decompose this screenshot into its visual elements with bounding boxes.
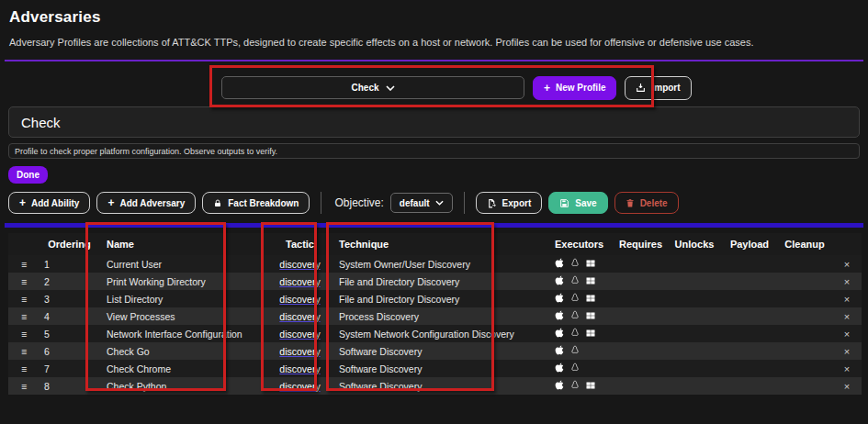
- add-ability-button[interactable]: + Add Ability: [8, 192, 90, 214]
- remove-ability-button[interactable]: ×: [844, 363, 850, 374]
- ability-ordering: 7: [39, 360, 99, 377]
- remove-ability-button[interactable]: ×: [844, 329, 850, 340]
- import-button[interactable]: Import: [625, 76, 691, 100]
- remove-ability-button[interactable]: ×: [844, 276, 850, 287]
- ability-payload: [722, 325, 777, 342]
- ability-executors: [547, 342, 614, 360]
- objective-value: default: [400, 198, 430, 208]
- ability-row: ≡ 3 List Directory discovery File and Di…: [8, 290, 862, 307]
- profile-select-dropdown[interactable]: Check: [221, 76, 524, 99]
- tactic-link[interactable]: discovery: [279, 276, 320, 287]
- ability-name: Check Python: [99, 377, 268, 395]
- ability-ordering: 1: [39, 255, 99, 273]
- remove-ability-button[interactable]: ×: [844, 381, 850, 392]
- ability-row: ≡ 2 Print Working Directory discovery Fi…: [8, 273, 862, 290]
- header-ordering: Ordering: [39, 233, 99, 255]
- profile-select-value: Check: [351, 83, 378, 93]
- ability-requires: [614, 307, 667, 325]
- drag-handle-icon[interactable]: ≡: [8, 307, 39, 325]
- page-subtitle: Adversary Profiles are collections of AT…: [9, 37, 859, 48]
- ability-name: View Processes: [99, 307, 268, 325]
- profile-selector-row: Check + New Profile Import: [8, 75, 860, 100]
- abilities-table: Ordering Name Tactic Technique Executors…: [8, 233, 862, 395]
- toolbar: + Add Ability + Add Adversary Fact Break…: [8, 191, 860, 215]
- tactic-link[interactable]: discovery: [279, 381, 320, 392]
- ability-ordering: 3: [39, 290, 99, 307]
- tactic-link[interactable]: discovery: [279, 363, 320, 374]
- plus-icon: +: [544, 83, 550, 94]
- ability-requires: [614, 290, 667, 307]
- chevron-down-icon: [386, 85, 395, 91]
- ability-executors: [547, 255, 614, 273]
- delete-button[interactable]: Delete: [614, 192, 679, 214]
- linux-icon: [570, 345, 580, 355]
- header-executors: Executors: [547, 233, 614, 255]
- drag-handle-icon[interactable]: ≡: [8, 342, 39, 360]
- ability-unlocks: [667, 377, 722, 395]
- ability-cleanup: [777, 290, 832, 307]
- ability-executors: [547, 307, 614, 325]
- remove-ability-button[interactable]: ×: [844, 311, 850, 322]
- drag-handle-icon[interactable]: ≡: [8, 255, 39, 273]
- header-tactic: Tactic: [268, 233, 332, 255]
- new-profile-button[interactable]: + New Profile: [533, 76, 616, 100]
- objective-select-dropdown[interactable]: default: [390, 193, 453, 213]
- ability-technique: System Owner/User Discovery: [332, 255, 547, 273]
- save-button[interactable]: Save: [548, 192, 607, 214]
- drag-handle-icon[interactable]: ≡: [8, 273, 39, 290]
- remove-ability-button[interactable]: ×: [844, 294, 850, 305]
- ability-row: ≡ 6 Check Go discovery Software Discover…: [8, 342, 862, 360]
- ability-payload: [722, 255, 777, 273]
- ability-executors: [547, 273, 614, 290]
- ability-cleanup: [777, 307, 832, 325]
- ability-executors: [547, 360, 614, 377]
- ability-payload: [722, 307, 777, 325]
- ability-payload: [722, 290, 777, 307]
- header-name: Name: [99, 233, 268, 255]
- linux-icon: [570, 275, 580, 285]
- header-close-spacer: [832, 233, 862, 255]
- export-button[interactable]: Export: [476, 192, 543, 214]
- drag-handle-icon[interactable]: ≡: [8, 360, 39, 377]
- tactic-link[interactable]: discovery: [279, 329, 320, 340]
- windows-icon: [586, 259, 595, 268]
- ability-unlocks: [667, 360, 722, 377]
- tactic-link[interactable]: discovery: [279, 294, 320, 305]
- export-icon: [487, 198, 497, 208]
- purple-divider: [5, 60, 863, 61]
- tactic-link[interactable]: discovery: [279, 311, 320, 322]
- tactic-link[interactable]: discovery: [279, 346, 320, 357]
- save-icon: [559, 198, 569, 208]
- ability-ordering: 6: [39, 342, 99, 360]
- fact-breakdown-button[interactable]: Fact Breakdown: [202, 192, 310, 214]
- apple-icon: [555, 345, 564, 355]
- remove-ability-button[interactable]: ×: [844, 346, 850, 357]
- apple-icon: [555, 328, 564, 338]
- objective-label: Objective:: [334, 196, 383, 209]
- ability-technique: Software Discovery: [332, 360, 547, 377]
- ability-tactic-cell: discovery: [268, 255, 332, 273]
- ability-tactic-cell: discovery: [268, 307, 332, 325]
- drag-handle-icon[interactable]: ≡: [8, 325, 39, 342]
- ability-payload: [722, 342, 777, 360]
- ability-executors: [547, 325, 614, 342]
- profile-description-input[interactable]: [8, 143, 860, 159]
- ability-executors: [547, 290, 614, 307]
- windows-icon: [586, 294, 595, 303]
- drag-handle-icon[interactable]: ≡: [8, 377, 39, 395]
- drag-handle-icon[interactable]: ≡: [8, 290, 39, 307]
- tactic-link[interactable]: discovery: [279, 259, 320, 270]
- ability-name: Print Working Directory: [99, 273, 268, 290]
- ability-requires: [614, 360, 667, 377]
- add-adversary-button[interactable]: + Add Adversary: [96, 192, 196, 214]
- plus-icon: +: [107, 197, 114, 208]
- ability-name: List Directory: [99, 290, 268, 307]
- ability-name: Network Interface Configuration: [99, 325, 268, 342]
- remove-ability-button[interactable]: ×: [844, 259, 850, 270]
- ability-ordering: 5: [39, 325, 99, 342]
- done-button[interactable]: Done: [8, 166, 48, 184]
- ability-unlocks: [667, 325, 722, 342]
- page-title: Adversaries: [9, 8, 859, 27]
- profile-name-panel[interactable]: Check: [8, 106, 860, 138]
- ability-ordering: 2: [39, 273, 99, 290]
